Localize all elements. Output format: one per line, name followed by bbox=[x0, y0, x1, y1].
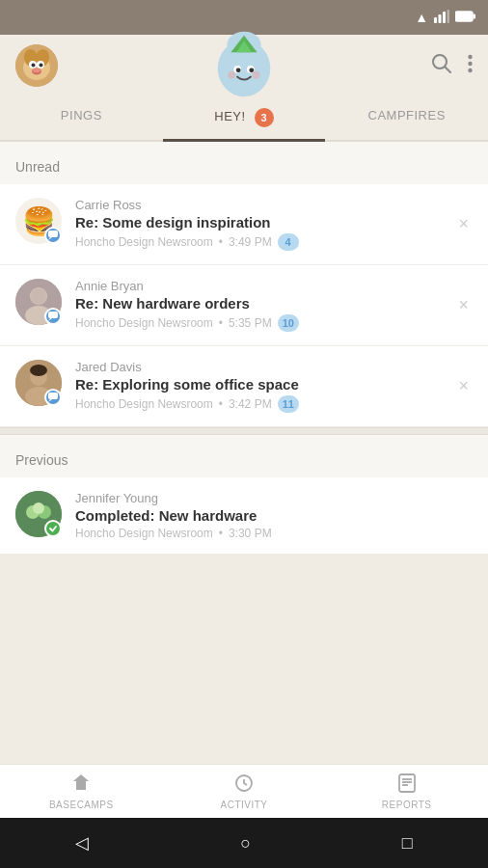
list-item[interactable]: Jennifer Young Completed: New hardware H… bbox=[0, 477, 488, 555]
unread-section-header: Unread bbox=[0, 142, 488, 184]
tab-campfires[interactable]: CAMPFIRES bbox=[325, 95, 488, 140]
svg-point-36 bbox=[31, 288, 46, 304]
message-meta: Honcho Design Newsroom • 3:42 PM 11 bbox=[75, 395, 454, 413]
svg-marker-49 bbox=[73, 774, 89, 781]
message-time: 3:30 PM bbox=[229, 527, 272, 540]
svg-line-27 bbox=[445, 67, 450, 72]
battery-icon bbox=[455, 10, 476, 25]
avatar bbox=[15, 491, 62, 537]
message-subject: Completed: New hardware bbox=[75, 507, 473, 524]
dismiss-button[interactable]: × bbox=[454, 376, 473, 396]
svg-point-28 bbox=[468, 54, 472, 58]
basecamps-icon bbox=[71, 773, 91, 798]
basecamps-label: BASECAMPS bbox=[49, 800, 114, 810]
list-item[interactable]: Jared Davis Re: Exploring some office sp… bbox=[0, 346, 488, 427]
tab-bar: PINGS HEY! 3 CAMPFIRES bbox=[0, 95, 488, 142]
sender-name: Carrie Ross bbox=[75, 198, 454, 212]
message-location: Honcho Design Newsroom bbox=[75, 397, 213, 411]
svg-point-24 bbox=[228, 71, 235, 79]
message-time: 3:42 PM bbox=[229, 397, 272, 411]
header-actions bbox=[431, 53, 473, 79]
content-area: Unread 🍔 Carrie Ross Re: Some design ins… bbox=[0, 142, 488, 555]
message-location: Honcho Design Newsroom bbox=[75, 527, 213, 540]
svg-rect-5 bbox=[474, 14, 476, 19]
svg-rect-31 bbox=[48, 231, 58, 237]
svg-point-48 bbox=[33, 502, 44, 514]
svg-point-30 bbox=[468, 68, 472, 71]
svg-point-13 bbox=[40, 64, 43, 68]
message-meta: Honcho Design Newsroom • 3:49 PM 4 bbox=[75, 233, 454, 251]
svg-marker-38 bbox=[48, 318, 52, 321]
nav-basecamps[interactable]: BASECAMPS bbox=[0, 766, 163, 818]
avatar bbox=[15, 279, 62, 325]
section-separator bbox=[0, 427, 488, 435]
svg-rect-3 bbox=[447, 10, 450, 23]
message-subject: Re: Exploring some office space bbox=[75, 376, 454, 393]
message-location: Honcho Design Newsroom bbox=[75, 235, 213, 249]
svg-rect-0 bbox=[434, 17, 437, 23]
tab-hey[interactable]: HEY! 3 bbox=[163, 95, 326, 142]
message-subject: Re: Some design inspiration bbox=[75, 214, 454, 231]
header bbox=[0, 35, 488, 87]
home-button[interactable]: ○ bbox=[240, 833, 251, 854]
message-location: Honcho Design Newsroom bbox=[75, 316, 213, 330]
svg-point-22 bbox=[236, 68, 241, 72]
message-content: Jared Davis Re: Exploring some office sp… bbox=[75, 360, 454, 413]
check-overlay bbox=[44, 520, 62, 537]
tab-pings[interactable]: PINGS bbox=[0, 95, 163, 140]
activity-label: ACTIVITY bbox=[221, 800, 268, 810]
app-logo bbox=[206, 26, 282, 105]
more-options-button[interactable] bbox=[468, 54, 473, 78]
message-content: Jennifer Young Completed: New hardware H… bbox=[75, 491, 473, 540]
activity-icon bbox=[234, 773, 254, 798]
message-time: 3:49 PM bbox=[229, 235, 272, 249]
message-count: 11 bbox=[278, 395, 299, 413]
svg-point-12 bbox=[32, 64, 36, 68]
chat-overlay bbox=[44, 227, 62, 244]
search-button[interactable] bbox=[431, 53, 452, 79]
back-button[interactable]: ◁ bbox=[75, 832, 89, 854]
previous-section-header: Previous bbox=[0, 435, 488, 477]
svg-rect-43 bbox=[48, 393, 58, 399]
hey-badge: 3 bbox=[255, 108, 274, 127]
sender-name: Jared Davis bbox=[75, 360, 454, 374]
chat-overlay bbox=[44, 389, 62, 406]
message-subject: Re: New hardware orders bbox=[75, 295, 454, 312]
wifi-icon: ▲ bbox=[415, 10, 428, 25]
recent-button[interactable]: □ bbox=[402, 833, 413, 854]
svg-point-23 bbox=[249, 68, 254, 72]
sender-name: Annie Bryan bbox=[75, 279, 454, 293]
signal-icon bbox=[434, 10, 449, 26]
nav-reports[interactable]: REPORTS bbox=[325, 766, 488, 818]
sender-name: Jennifer Young bbox=[75, 491, 473, 505]
message-time: 5:35 PM bbox=[229, 316, 272, 330]
svg-rect-37 bbox=[48, 312, 58, 318]
message-meta: Honcho Design Newsroom • 3:30 PM bbox=[75, 527, 473, 540]
dismiss-button[interactable]: × bbox=[454, 295, 473, 315]
dismiss-button[interactable]: × bbox=[454, 214, 473, 234]
bottom-nav: BASECAMPS ACTIVITY REPORTS bbox=[0, 764, 488, 818]
nav-activity[interactable]: ACTIVITY bbox=[163, 766, 326, 818]
svg-point-42 bbox=[30, 365, 47, 376]
svg-marker-44 bbox=[48, 399, 52, 402]
svg-rect-2 bbox=[443, 12, 446, 23]
avatar bbox=[15, 360, 62, 406]
list-item[interactable]: 🍔 Carrie Ross Re: Some design inspiratio… bbox=[0, 184, 488, 265]
avatar: 🍔 bbox=[15, 198, 62, 244]
android-nav-bar: ◁ ○ □ bbox=[0, 818, 488, 868]
svg-marker-32 bbox=[48, 237, 52, 240]
svg-point-25 bbox=[253, 71, 260, 79]
reports-label: REPORTS bbox=[382, 800, 432, 810]
list-item[interactable]: Annie Bryan Re: New hardware orders Honc… bbox=[0, 265, 488, 346]
svg-rect-51 bbox=[399, 774, 415, 792]
svg-point-29 bbox=[468, 61, 472, 65]
message-content: Annie Bryan Re: New hardware orders Honc… bbox=[75, 279, 454, 332]
message-meta: Honcho Design Newsroom • 5:35 PM 10 bbox=[75, 314, 454, 332]
message-count: 10 bbox=[278, 314, 299, 332]
svg-rect-4 bbox=[455, 12, 473, 21]
user-avatar[interactable] bbox=[15, 44, 58, 87]
svg-rect-1 bbox=[439, 14, 442, 23]
message-count: 4 bbox=[278, 233, 299, 251]
reports-icon bbox=[398, 773, 416, 798]
svg-point-15 bbox=[33, 68, 41, 72]
